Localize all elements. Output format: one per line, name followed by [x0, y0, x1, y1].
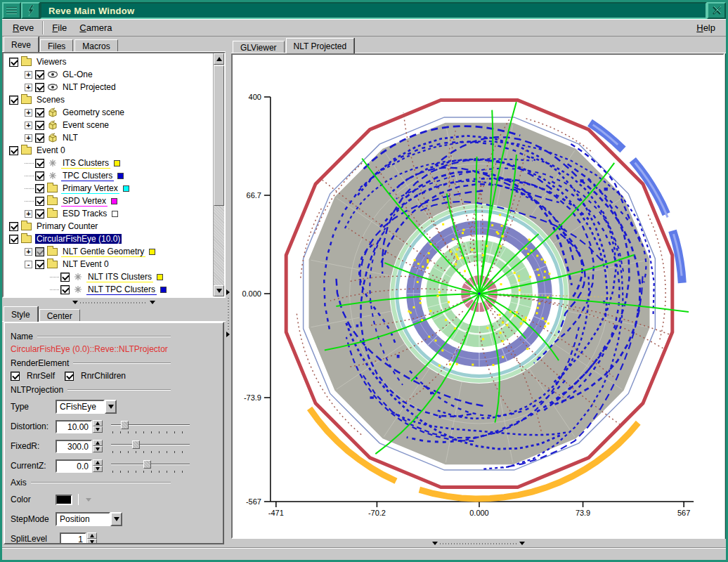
stepmode-select[interactable]: Position [56, 512, 122, 526]
tree-checkbox[interactable] [35, 70, 44, 79]
tree-item-label[interactable]: NLT Gentle Geometry [61, 247, 145, 257]
chevron-down-icon[interactable] [110, 512, 122, 526]
window-menu-button[interactable] [2, 2, 21, 19]
tab-style[interactable]: Style [4, 306, 38, 322]
tree-item-label[interactable]: Viewers [35, 57, 67, 67]
rnrchildren-checkbox[interactable] [65, 372, 74, 381]
tree-item-tpc-clusters[interactable]: TPC Clusters [6, 169, 213, 182]
tree-item-event-0[interactable]: Event 0 [6, 144, 213, 157]
tab-glviewer[interactable]: GLViewer [233, 41, 285, 53]
tree-item-label[interactable]: Scenes [35, 95, 66, 105]
tree-item-primary-counter[interactable]: Primary Counter [6, 220, 213, 233]
slider-thumb[interactable] [121, 421, 129, 429]
scroll-up-button[interactable] [214, 53, 224, 65]
fixedr-slider[interactable] [111, 439, 190, 453]
tree-item-label[interactable]: ESD Tracks [61, 209, 108, 218]
expand-icon[interactable]: + [25, 71, 32, 79]
tab-nlt-projected[interactable]: NLT Projected [286, 38, 355, 53]
tab-reve[interactable]: Reve [4, 37, 39, 52]
tree-checkbox[interactable] [35, 197, 44, 206]
event-display-canvas[interactable]: 40066.70.000-73.9-567-471-70.20.00073.95… [231, 53, 724, 539]
expand-icon[interactable]: + [25, 109, 32, 117]
spin-down-button[interactable] [93, 466, 103, 472]
tree-item-nlt-tpc-clusters[interactable]: NLT TPC Clusters [6, 283, 213, 296]
window-close-button[interactable] [707, 2, 726, 19]
tree-item-scenes[interactable]: Scenes [6, 93, 213, 106]
fixedr-input[interactable]: 300.0 [56, 440, 92, 453]
tree-item-label[interactable]: Primary Vertex [61, 183, 119, 194]
menu-help[interactable]: Help [690, 20, 722, 35]
splitlevel-input[interactable]: 1 [60, 532, 86, 545]
expand-icon[interactable]: + [25, 248, 32, 256]
tree-item-nlt-its-clusters[interactable]: NLT ITS Clusters [6, 270, 213, 283]
tree-item-viewers[interactable]: Viewers [6, 55, 213, 68]
slider-thumb[interactable] [132, 440, 140, 449]
tree-item-label[interactable]: Geometry scene [61, 107, 126, 117]
chevron-down-icon[interactable] [105, 400, 117, 414]
menu-file[interactable]: File [46, 20, 73, 35]
tree-item-label[interactable]: TPC Clusters [61, 171, 114, 181]
tree-item-label[interactable]: SPD Vertex [61, 196, 108, 207]
scroll-down-button[interactable] [214, 285, 224, 296]
tree-item-its-clusters[interactable]: ITS Clusters [6, 157, 213, 169]
tree-item-esd-tracks[interactable]: +ESD Tracks [6, 207, 213, 220]
axis-color-swatch[interactable] [56, 495, 72, 505]
tree-checkbox[interactable] [35, 133, 44, 143]
spin-down-button[interactable] [87, 539, 97, 544]
tree-item-label[interactable]: Event scene [61, 120, 110, 130]
menu-camera[interactable]: Camera [73, 20, 118, 35]
window-iconify-button[interactable] [21, 2, 40, 19]
tree-item-label[interactable]: NLT [61, 133, 79, 143]
tree-checkbox[interactable] [9, 222, 18, 231]
rnrself-checkbox[interactable] [11, 372, 20, 381]
tree-item-label[interactable]: NLT TPC Clusters [86, 285, 157, 295]
viewer-splitter[interactable] [231, 539, 726, 547]
tree-checkbox[interactable] [35, 184, 44, 193]
panel-splitter[interactable] [226, 37, 231, 547]
expand-icon[interactable]: + [25, 134, 32, 142]
currentz-slider[interactable] [111, 459, 190, 473]
tab-files[interactable]: Files [40, 39, 73, 52]
tree-item-label[interactable]: CircularFishEye (10.0) [35, 234, 122, 244]
spin-up-button[interactable] [87, 532, 97, 539]
tree-item-nlt[interactable]: +NLT [6, 131, 213, 144]
expand-icon[interactable]: + [25, 84, 32, 91]
tree-item-circularfisheye-10-0[interactable]: CircularFishEye (10.0) [6, 233, 213, 245]
tree-checkbox[interactable] [9, 96, 18, 105]
tree-item-spd-vertex[interactable]: SPD Vertex [6, 195, 213, 207]
tree-checkbox[interactable] [60, 273, 70, 282]
tab-macros[interactable]: Macros [74, 39, 117, 52]
tree-item-nlt-gentle-geometry[interactable]: +NLT Gentle Geometry [6, 245, 213, 258]
collapse-icon[interactable]: - [25, 261, 32, 268]
tree-checkbox[interactable] [35, 209, 44, 218]
tree-style-splitter[interactable] [2, 298, 226, 306]
expand-icon[interactable]: + [25, 122, 32, 129]
tab-center[interactable]: Center [39, 309, 80, 322]
spin-up-button[interactable] [93, 420, 103, 426]
currentz-input[interactable]: 0.0 [56, 459, 92, 473]
distortion-input[interactable]: 10.00 [56, 420, 92, 433]
tree-scrollbar[interactable] [213, 53, 224, 296]
tree-item-event-scene[interactable]: +Event scene [6, 119, 213, 131]
tree-item-nlt-event-0[interactable]: -NLT Event 0 [6, 258, 213, 270]
tree-checkbox[interactable] [35, 260, 44, 269]
tree-item-label[interactable]: NLT Projected [61, 82, 117, 92]
tree-checkbox[interactable] [60, 285, 70, 294]
tree-item-label[interactable]: NLT Event 0 [61, 259, 110, 269]
tree-checkbox[interactable] [35, 159, 44, 168]
tree-item-nlt-projected[interactable]: +NLT Projected [6, 81, 213, 93]
tree-checkbox[interactable] [35, 121, 44, 130]
tree-item-gl-one[interactable]: +GL-One [6, 68, 213, 81]
tree-item-primary-vertex[interactable]: Primary Vertex [6, 182, 213, 195]
tree-checkbox[interactable] [9, 58, 18, 67]
tree-item-label[interactable]: ITS Clusters [61, 158, 110, 169]
tree-item-label[interactable]: GL-One [61, 70, 94, 79]
spin-up-button[interactable] [93, 440, 103, 446]
tree-checkbox[interactable] [35, 247, 44, 256]
tree-checkbox[interactable] [9, 146, 18, 155]
tree-item-geometry-scene[interactable]: +Geometry scene [6, 106, 213, 119]
tree-checkbox[interactable] [35, 83, 44, 92]
tree-item-label[interactable]: Event 0 [35, 145, 67, 155]
menu-reve[interactable]: Reve [6, 20, 40, 35]
tree-item-label[interactable]: NLT ITS Clusters [86, 272, 153, 282]
